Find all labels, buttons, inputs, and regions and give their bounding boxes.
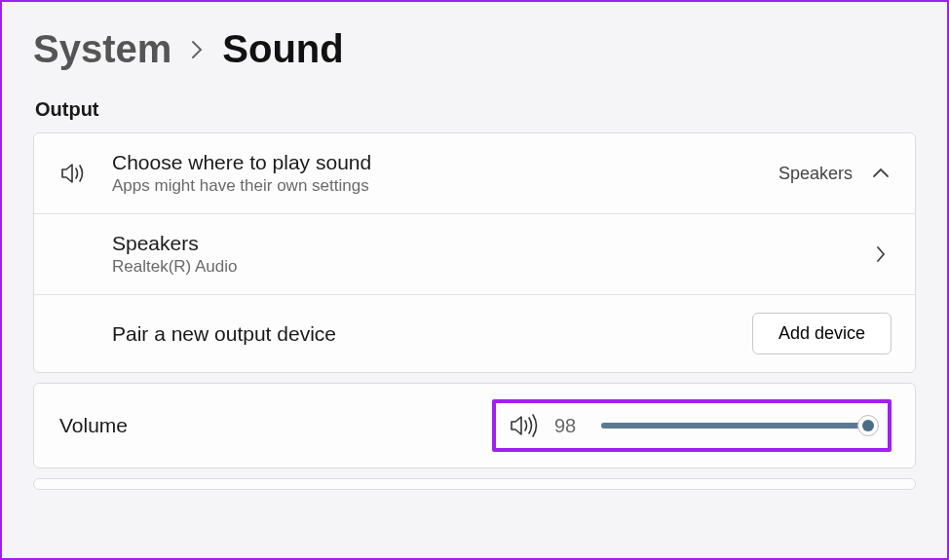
speaker-icon: [57, 161, 93, 186]
output-card-group: Choose where to play sound Apps might ha…: [33, 132, 916, 373]
next-card-partial: [33, 478, 916, 490]
breadcrumb-parent[interactable]: System: [33, 27, 171, 71]
add-device-button[interactable]: Add device: [752, 313, 892, 355]
pair-device-label: Pair a new output device: [112, 322, 752, 346]
selected-output-value: Speakers: [778, 164, 853, 184]
speaker-icon[interactable]: [510, 413, 541, 438]
device-driver: Realtek(R) Audio: [112, 257, 870, 277]
choose-output-row[interactable]: Choose where to play sound Apps might ha…: [34, 133, 915, 214]
output-section-label: Output: [35, 98, 916, 121]
volume-controls-highlight: 98: [492, 399, 892, 452]
breadcrumb: System Sound: [33, 27, 916, 71]
breadcrumb-current: Sound: [222, 27, 343, 71]
pair-device-row: Pair a new output device Add device: [34, 295, 915, 372]
speakers-device-row[interactable]: Speakers Realtek(R) Audio: [34, 214, 915, 295]
choose-output-title: Choose where to play sound: [112, 151, 778, 174]
device-name: Speakers: [112, 232, 870, 255]
choose-output-subtitle: Apps might have their own settings: [112, 176, 778, 196]
chevron-up-icon: [870, 163, 892, 184]
slider-thumb[interactable]: [857, 415, 879, 436]
volume-value: 98: [554, 415, 588, 437]
volume-slider[interactable]: [601, 415, 874, 436]
volume-card: Volume 98: [33, 383, 916, 468]
chevron-right-icon: [870, 243, 892, 265]
chevron-right-icon: [189, 39, 205, 60]
volume-label: Volume: [57, 414, 492, 437]
